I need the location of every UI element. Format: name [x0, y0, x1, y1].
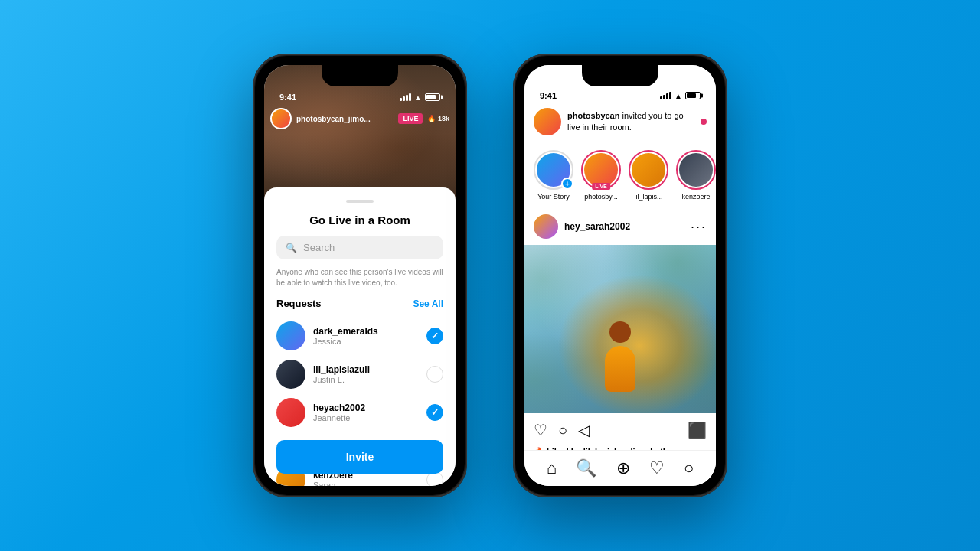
- profile-nav-button[interactable]: ○: [684, 458, 694, 478]
- battery-fill-2: [687, 93, 696, 98]
- request-row-1[interactable]: dark_emeralds Jessica: [276, 317, 443, 355]
- notification-bar[interactable]: photosbyean invited you to golive in the…: [524, 102, 716, 142]
- home-nav-button[interactable]: ⌂: [547, 458, 557, 478]
- status-icons-phone2: ▲: [660, 92, 701, 100]
- add-nav-button[interactable]: ⊕: [616, 458, 630, 478]
- live-avatar: [270, 108, 292, 129]
- story-photosby[interactable]: LIVE photosby...: [581, 150, 621, 201]
- story-avatar-kenzoere: [679, 153, 713, 187]
- story-avatar-photosby: [584, 153, 618, 187]
- story-label-photosby: photosby...: [584, 193, 617, 201]
- search-box[interactable]: 🔍 Search: [276, 236, 443, 259]
- bar2-p2: [663, 95, 665, 99]
- bar1: [400, 98, 402, 101]
- invite-sub-1: Sarah: [313, 481, 419, 486]
- share-button[interactable]: ◁: [578, 421, 590, 439]
- add-story-btn[interactable]: +: [561, 178, 573, 190]
- stories-row: + Your Story LIVE photosby...: [524, 142, 716, 208]
- request-sub-3: Jeannette: [313, 413, 419, 422]
- modal-handle: [346, 200, 374, 203]
- comment-button[interactable]: ○: [558, 422, 567, 439]
- divider-1: [276, 435, 443, 435]
- post-more-button[interactable]: ···: [691, 219, 707, 235]
- battery-icon-2: [685, 92, 701, 99]
- story-your[interactable]: + Your Story: [534, 150, 573, 201]
- request-info-2: lil_lapislazuli Justin L.: [313, 364, 419, 384]
- person-body: [605, 346, 635, 392]
- modal-title: Go Live in a Room: [276, 214, 443, 227]
- requests-header: Requests See All: [276, 298, 443, 309]
- live-username: photosbyean_jimo...: [296, 115, 394, 123]
- search-nav-button[interactable]: 🔍: [576, 458, 596, 478]
- request-name-2: lil_lapislazuli: [313, 364, 419, 375]
- invite-button[interactable]: Invite: [276, 440, 443, 474]
- phone-left-inner: 9:41 ▲: [255, 56, 465, 495]
- person-head: [609, 321, 631, 343]
- bookmark-button[interactable]: ⬛: [688, 421, 707, 439]
- notif-avatar: [534, 108, 561, 135]
- request-avatar-1: [276, 321, 305, 350]
- search-placeholder: Search: [303, 242, 335, 253]
- request-name-3: heyach2002: [313, 403, 419, 413]
- live-top-bar: photosbyean_jimo... LIVE 🔥 18k: [270, 108, 449, 129]
- see-all-button[interactable]: See All: [413, 298, 443, 309]
- post-header: hey_sarah2002 ···: [524, 208, 716, 245]
- request-info-3: heyach2002 Jeannette: [313, 403, 419, 422]
- post-actions: ♡ ○ ◁ ⬛: [524, 413, 716, 447]
- signal-bars-1: [400, 93, 411, 101]
- bar2: [403, 96, 405, 101]
- bar4: [409, 93, 411, 101]
- story-label-your: Your Story: [537, 193, 570, 201]
- battery-icon-1: [425, 93, 440, 101]
- wifi-icon-1: ▲: [414, 93, 422, 102]
- bar4-p2: [669, 92, 671, 99]
- search-icon: 🔍: [286, 243, 297, 253]
- phone-left: 9:41 ▲: [253, 54, 467, 497]
- request-row-2[interactable]: lil_lapislazuli Justin L.: [276, 355, 443, 393]
- helper-text: Anyone who can see this person's live vi…: [276, 267, 443, 289]
- request-avatar-2: [276, 360, 305, 389]
- phone-right-screen: 9:41 ▲: [524, 65, 716, 486]
- story-label-kenzoere: kenzoere: [681, 193, 710, 201]
- requests-label: Requests: [276, 298, 322, 309]
- check-3[interactable]: [426, 404, 443, 421]
- bottom-nav: ⌂ 🔍 ⊕ ♡ ○: [524, 450, 716, 486]
- request-row-3[interactable]: heyach2002 Jeannette: [276, 393, 443, 432]
- bar3-p2: [666, 93, 668, 99]
- request-name-1: dark_emeralds: [313, 326, 419, 337]
- heart-nav-button[interactable]: ♡: [649, 458, 665, 478]
- post-image: [524, 245, 716, 413]
- bar1-p2: [660, 96, 662, 99]
- signal-bars-2: [660, 92, 671, 99]
- story-label-lapis: lil_lapis...: [634, 193, 662, 201]
- notif-username: photosbyean: [567, 111, 619, 120]
- story-ring-lapis: [629, 150, 668, 190]
- check-2[interactable]: [426, 366, 443, 383]
- time-phone1: 9:41: [279, 93, 296, 102]
- phone2-content: 9:41 ▲: [524, 65, 716, 486]
- notch-right: [582, 65, 658, 86]
- notif-text: photosbyean invited you to golive in the…: [567, 110, 694, 134]
- live-label: LIVE: [592, 183, 610, 190]
- phone-right-inner: 9:41 ▲: [515, 56, 725, 495]
- phone-right: 9:41 ▲: [513, 54, 727, 497]
- status-icons-phone1: ▲: [400, 93, 440, 102]
- modal-sheet: Go Live in a Room 🔍 Search Anyone who ca…: [264, 187, 456, 486]
- story-avatar-lapis: [632, 153, 665, 187]
- check-1[interactable]: [426, 328, 443, 344]
- post-avatar: [534, 214, 558, 239]
- story-kenzoere[interactable]: kenzoere: [676, 150, 716, 201]
- story-lil-lapis[interactable]: lil_lapis...: [629, 150, 668, 201]
- request-sub-1: Jessica: [313, 337, 419, 346]
- live-badge: LIVE: [398, 113, 423, 124]
- live-count: 🔥 18k: [427, 115, 449, 122]
- bar3: [406, 95, 408, 101]
- like-button[interactable]: ♡: [534, 421, 547, 439]
- request-sub-2: Justin L.: [313, 375, 419, 384]
- person-figure: [593, 321, 647, 398]
- post-username: hey_sarah2002: [564, 221, 684, 232]
- story-ring-kenzoere: [676, 150, 716, 190]
- wifi-icon-2: ▲: [675, 92, 682, 100]
- live-dot: [701, 119, 707, 125]
- story-ring-live: LIVE: [581, 150, 621, 190]
